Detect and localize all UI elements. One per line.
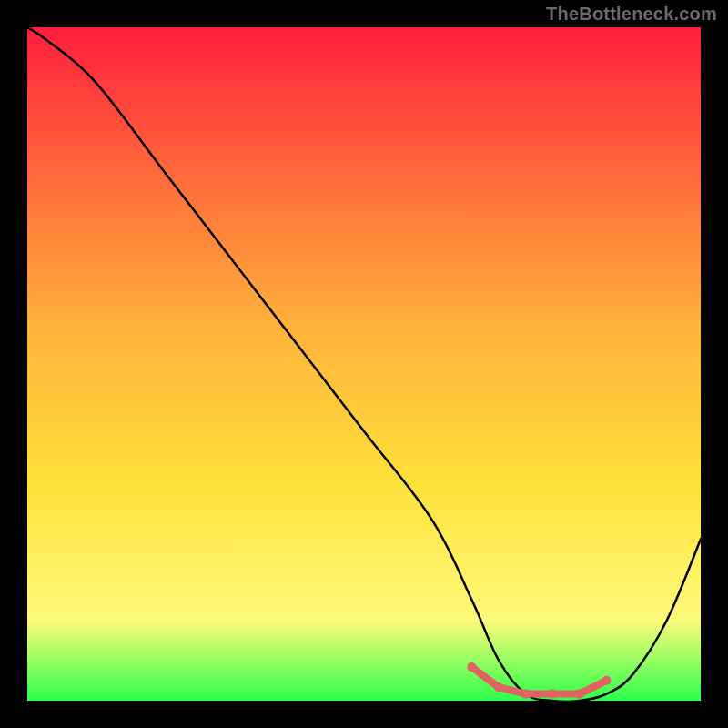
chart-container: TheBottleneck.com xyxy=(0,0,728,728)
marker-dot xyxy=(575,690,584,699)
marker-dot xyxy=(548,690,557,699)
marker-dot xyxy=(521,690,531,699)
marker-dot xyxy=(467,662,476,672)
bottleneck-chart xyxy=(27,27,701,701)
watermark-text: TheBottleneck.com xyxy=(546,4,717,25)
marker-dot xyxy=(494,682,503,692)
marker-dot xyxy=(602,676,611,685)
plot-area xyxy=(27,27,701,701)
gradient-background xyxy=(27,27,701,701)
